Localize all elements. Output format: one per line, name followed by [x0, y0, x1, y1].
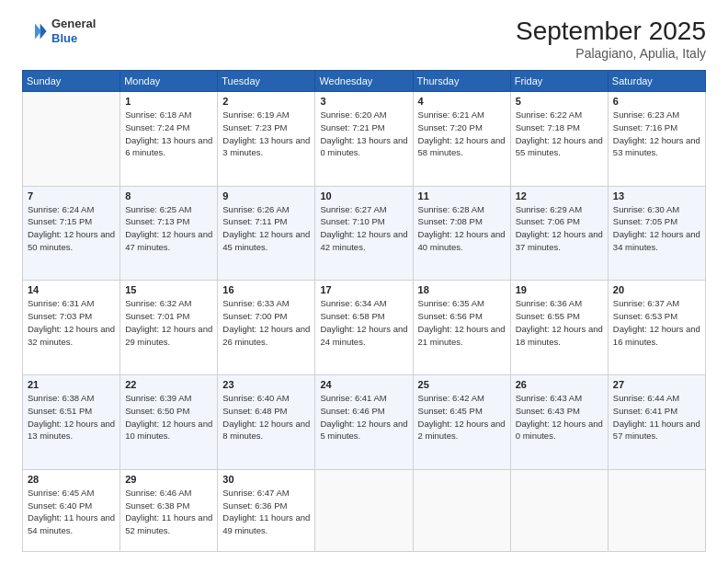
- day-number: 22: [125, 379, 212, 390]
- day-number: 11: [418, 190, 506, 201]
- day-number: 25: [418, 379, 506, 390]
- day-of-week-header: Thursday: [413, 71, 510, 92]
- day-number: 19: [516, 284, 603, 295]
- day-info: Sunrise: 6:44 AMSunset: 6:41 PMDaylight:…: [613, 392, 700, 442]
- day-number: 28: [28, 474, 115, 485]
- day-number: 10: [320, 190, 407, 201]
- calendar-day-cell: 18Sunrise: 6:35 AMSunset: 6:56 PMDayligh…: [413, 281, 510, 375]
- location-subtitle: Palagiano, Apulia, Italy: [516, 46, 706, 61]
- calendar-day-cell: 14Sunrise: 6:31 AMSunset: 7:03 PMDayligh…: [23, 281, 120, 375]
- day-info: Sunrise: 6:20 AMSunset: 7:21 PMDaylight:…: [320, 109, 407, 159]
- calendar-day-cell: 20Sunrise: 6:37 AMSunset: 6:53 PMDayligh…: [608, 281, 705, 375]
- calendar-day-cell: 30Sunrise: 6:47 AMSunset: 6:36 PMDayligh…: [218, 469, 315, 551]
- day-number: 24: [320, 379, 407, 390]
- day-number: 18: [418, 284, 506, 295]
- day-info: Sunrise: 6:32 AMSunset: 7:01 PMDaylight:…: [125, 297, 212, 348]
- calendar-day-cell: 3Sunrise: 6:20 AMSunset: 7:21 PMDaylight…: [315, 92, 413, 187]
- calendar-day-cell: 7Sunrise: 6:24 AMSunset: 7:15 PMDaylight…: [23, 186, 120, 281]
- day-number: 3: [320, 96, 407, 107]
- calendar-week-row: 1Sunrise: 6:18 AMSunset: 7:24 PMDaylight…: [23, 92, 706, 187]
- day-number: 16: [222, 284, 310, 295]
- month-title: September 2025: [516, 17, 706, 46]
- day-info: Sunrise: 6:18 AMSunset: 7:24 PMDaylight:…: [125, 109, 212, 159]
- day-of-week-header: Friday: [510, 71, 608, 92]
- calendar: SundayMondayTuesdayWednesdayThursdayFrid…: [22, 70, 706, 552]
- logo-text: General Blue: [51, 17, 96, 45]
- calendar-day-cell: 21Sunrise: 6:38 AMSunset: 6:51 PMDayligh…: [23, 375, 120, 470]
- day-info: Sunrise: 6:40 AMSunset: 6:48 PMDaylight:…: [222, 392, 310, 442]
- day-number: 14: [28, 284, 115, 295]
- logo: General Blue: [22, 17, 96, 45]
- logo-general: General: [51, 17, 96, 31]
- day-of-week-header: Monday: [120, 71, 218, 92]
- day-number: 23: [222, 379, 310, 390]
- day-info: Sunrise: 6:19 AMSunset: 7:23 PMDaylight:…: [222, 109, 310, 159]
- calendar-day-cell: 29Sunrise: 6:46 AMSunset: 6:38 PMDayligh…: [120, 469, 218, 551]
- calendar-day-cell: [23, 92, 120, 187]
- day-info: Sunrise: 6:39 AMSunset: 6:50 PMDaylight:…: [125, 392, 212, 442]
- day-number: 29: [125, 474, 212, 485]
- calendar-week-row: 7Sunrise: 6:24 AMSunset: 7:15 PMDaylight…: [23, 186, 706, 281]
- calendar-day-cell: [608, 469, 705, 551]
- calendar-day-cell: 23Sunrise: 6:40 AMSunset: 6:48 PMDayligh…: [218, 375, 315, 470]
- day-info: Sunrise: 6:37 AMSunset: 6:53 PMDaylight:…: [613, 297, 700, 348]
- calendar-day-cell: 9Sunrise: 6:26 AMSunset: 7:11 PMDaylight…: [218, 186, 315, 281]
- day-info: Sunrise: 6:22 AMSunset: 7:18 PMDaylight:…: [516, 109, 603, 159]
- calendar-day-cell: 25Sunrise: 6:42 AMSunset: 6:45 PMDayligh…: [413, 375, 510, 470]
- calendar-day-cell: [315, 469, 413, 551]
- day-info: Sunrise: 6:27 AMSunset: 7:10 PMDaylight:…: [320, 203, 407, 254]
- day-info: Sunrise: 6:46 AMSunset: 6:38 PMDaylight:…: [125, 487, 212, 537]
- calendar-day-cell: 13Sunrise: 6:30 AMSunset: 7:05 PMDayligh…: [608, 186, 705, 281]
- calendar-day-cell: 8Sunrise: 6:25 AMSunset: 7:13 PMDaylight…: [120, 186, 218, 281]
- day-info: Sunrise: 6:31 AMSunset: 7:03 PMDaylight:…: [28, 297, 115, 348]
- day-info: Sunrise: 6:24 AMSunset: 7:15 PMDaylight:…: [28, 203, 115, 254]
- calendar-day-cell: 17Sunrise: 6:34 AMSunset: 6:58 PMDayligh…: [315, 281, 413, 375]
- calendar-header-row: SundayMondayTuesdayWednesdayThursdayFrid…: [23, 71, 706, 92]
- day-info: Sunrise: 6:23 AMSunset: 7:16 PMDaylight:…: [613, 109, 700, 159]
- day-of-week-header: Tuesday: [218, 71, 315, 92]
- page: General Blue September 2025 Palagiano, A…: [0, 0, 728, 563]
- calendar-day-cell: 15Sunrise: 6:32 AMSunset: 7:01 PMDayligh…: [120, 281, 218, 375]
- calendar-day-cell: 11Sunrise: 6:28 AMSunset: 7:08 PMDayligh…: [413, 186, 510, 281]
- logo-blue: Blue: [51, 31, 96, 46]
- calendar-day-cell: 6Sunrise: 6:23 AMSunset: 7:16 PMDaylight…: [608, 92, 705, 187]
- calendar-day-cell: 1Sunrise: 6:18 AMSunset: 7:24 PMDaylight…: [120, 92, 218, 187]
- day-info: Sunrise: 6:35 AMSunset: 6:56 PMDaylight:…: [418, 297, 506, 348]
- day-info: Sunrise: 6:33 AMSunset: 7:00 PMDaylight:…: [222, 297, 310, 348]
- day-number: 2: [222, 96, 310, 107]
- day-number: 4: [418, 96, 506, 107]
- calendar-day-cell: 19Sunrise: 6:36 AMSunset: 6:55 PMDayligh…: [510, 281, 608, 375]
- day-info: Sunrise: 6:41 AMSunset: 6:46 PMDaylight:…: [320, 392, 407, 442]
- day-info: Sunrise: 6:30 AMSunset: 7:05 PMDaylight:…: [613, 203, 700, 254]
- calendar-day-cell: 26Sunrise: 6:43 AMSunset: 6:43 PMDayligh…: [510, 375, 608, 470]
- day-number: 15: [125, 284, 212, 295]
- calendar-day-cell: 10Sunrise: 6:27 AMSunset: 7:10 PMDayligh…: [315, 186, 413, 281]
- calendar-day-cell: [413, 469, 510, 551]
- title-block: September 2025 Palagiano, Apulia, Italy: [516, 17, 706, 61]
- day-of-week-header: Wednesday: [315, 71, 413, 92]
- day-info: Sunrise: 6:29 AMSunset: 7:06 PMDaylight:…: [516, 203, 603, 254]
- day-info: Sunrise: 6:21 AMSunset: 7:20 PMDaylight:…: [418, 109, 506, 159]
- day-info: Sunrise: 6:45 AMSunset: 6:40 PMDaylight:…: [28, 487, 115, 537]
- calendar-week-row: 21Sunrise: 6:38 AMSunset: 6:51 PMDayligh…: [23, 375, 706, 470]
- calendar-day-cell: 4Sunrise: 6:21 AMSunset: 7:20 PMDaylight…: [413, 92, 510, 187]
- day-info: Sunrise: 6:43 AMSunset: 6:43 PMDaylight:…: [516, 392, 603, 442]
- day-info: Sunrise: 6:42 AMSunset: 6:45 PMDaylight:…: [418, 392, 506, 442]
- calendar-week-row: 28Sunrise: 6:45 AMSunset: 6:40 PMDayligh…: [23, 469, 706, 551]
- day-number: 12: [516, 190, 603, 201]
- day-number: 5: [516, 96, 603, 107]
- day-number: 6: [613, 96, 700, 107]
- header: General Blue September 2025 Palagiano, A…: [22, 17, 706, 61]
- day-number: 27: [613, 379, 700, 390]
- day-number: 7: [28, 190, 115, 201]
- day-number: 30: [222, 474, 310, 485]
- day-info: Sunrise: 6:38 AMSunset: 6:51 PMDaylight:…: [28, 392, 115, 442]
- calendar-day-cell: 28Sunrise: 6:45 AMSunset: 6:40 PMDayligh…: [23, 469, 120, 551]
- day-number: 8: [125, 190, 212, 201]
- day-info: Sunrise: 6:36 AMSunset: 6:55 PMDaylight:…: [516, 297, 603, 348]
- calendar-day-cell: 22Sunrise: 6:39 AMSunset: 6:50 PMDayligh…: [120, 375, 218, 470]
- calendar-day-cell: 27Sunrise: 6:44 AMSunset: 6:41 PMDayligh…: [608, 375, 705, 470]
- calendar-day-cell: 12Sunrise: 6:29 AMSunset: 7:06 PMDayligh…: [510, 186, 608, 281]
- day-number: 1: [125, 96, 212, 107]
- day-number: 13: [613, 190, 700, 201]
